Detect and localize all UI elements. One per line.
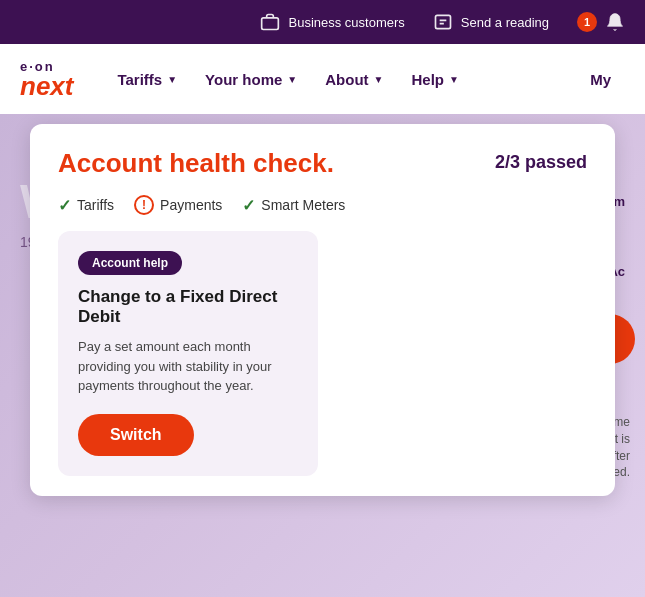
nav-bar: e·on next Tariffs ▼ Your home ▼ About ▼ … <box>0 44 645 114</box>
card-title: Change to a Fixed Direct Debit <box>78 287 298 327</box>
nav-help[interactable]: Help ▼ <box>397 44 472 114</box>
bell-icon <box>605 12 625 32</box>
check-payments: ! Payments <box>134 195 222 215</box>
send-reading-link[interactable]: Send a reading <box>433 12 549 32</box>
svg-rect-1 <box>435 15 450 28</box>
nav-tariffs-label: Tariffs <box>117 71 162 88</box>
modal-overlay: Account health check. 2/3 passed ✓ Tarif… <box>0 114 645 597</box>
check-tariffs: ✓ Tariffs <box>58 196 114 215</box>
briefcase-icon <box>260 12 280 32</box>
chevron-down-icon: ▼ <box>167 74 177 85</box>
top-bar: Business customers Send a reading 1 <box>0 0 645 44</box>
check-ok-icon: ✓ <box>58 196 71 215</box>
svg-rect-0 <box>262 18 279 30</box>
check-payments-label: Payments <box>160 197 222 213</box>
nav-help-label: Help <box>411 71 444 88</box>
nav-your-home-label: Your home <box>205 71 282 88</box>
meter-icon <box>433 12 453 32</box>
check-ok-icon-2: ✓ <box>242 196 255 215</box>
modal-title: Account health check. <box>58 148 334 179</box>
send-reading-label: Send a reading <box>461 15 549 30</box>
switch-button[interactable]: Switch <box>78 414 194 456</box>
nav-about-label: About <box>325 71 368 88</box>
nav-my-label: My <box>590 71 611 88</box>
chevron-down-icon: ▼ <box>287 74 297 85</box>
check-smart-meters: ✓ Smart Meters <box>242 196 345 215</box>
nav-your-home[interactable]: Your home ▼ <box>191 44 311 114</box>
chevron-down-icon: ▼ <box>374 74 384 85</box>
modal-checks: ✓ Tariffs ! Payments ✓ Smart Meters <box>58 195 587 215</box>
nav-tariffs[interactable]: Tariffs ▼ <box>103 44 191 114</box>
account-help-card: Account help Change to a Fixed Direct De… <box>58 231 318 476</box>
chevron-down-icon: ▼ <box>449 74 459 85</box>
check-tariffs-label: Tariffs <box>77 197 114 213</box>
account-health-modal: Account health check. 2/3 passed ✓ Tarif… <box>30 124 615 496</box>
logo[interactable]: e·on next <box>20 60 73 99</box>
check-warn-icon: ! <box>134 195 154 215</box>
business-customers-link[interactable]: Business customers <box>260 12 404 32</box>
nav-about[interactable]: About ▼ <box>311 44 397 114</box>
card-badge: Account help <box>78 251 182 275</box>
notification-badge: 1 <box>577 12 597 32</box>
nav-my[interactable]: My <box>576 44 625 114</box>
check-smart-meters-label: Smart Meters <box>261 197 345 213</box>
logo-next: next <box>20 73 73 99</box>
modal-header: Account health check. 2/3 passed <box>58 148 587 179</box>
modal-passed: 2/3 passed <box>495 152 587 173</box>
notification-bell[interactable]: 1 <box>577 12 625 32</box>
main-content: Wo 192 G Ac t paym payme ment is s after… <box>0 114 645 597</box>
business-customers-label: Business customers <box>288 15 404 30</box>
card-description: Pay a set amount each month providing yo… <box>78 337 298 396</box>
